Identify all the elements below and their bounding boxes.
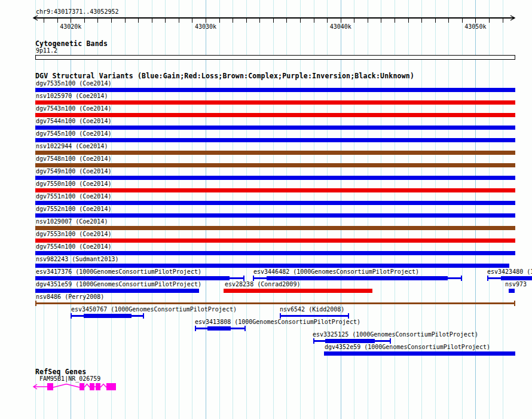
variant-label: dgv7543n100 (Coe2014) [36,105,111,112]
variant-label: esv3413808 (1000GenomesConsortiumPilotPr… [195,319,360,326]
variant-label: nsv982243 (Sudmant2013) [36,256,118,263]
variant-range-line[interactable] [487,277,501,279]
variant-bar[interactable] [207,326,231,331]
variant-label: dgv7548n100 (Coe2014) [36,155,111,163]
genome-browser-view: dgv7535n100 (Coe2014)nsv1025970 (Coe2014… [0,0,532,419]
variant-label: dgv7554n100 (Coe2014) [36,243,111,250]
variant-bar[interactable] [35,100,515,105]
variant-bar[interactable] [35,188,515,192]
variant-bar[interactable] [267,276,448,280]
variant-bar[interactable] [324,351,515,356]
variant-bar[interactable] [35,126,515,130]
variant-label: nsv1029007 (Coe2014) [36,218,108,225]
variant-label: dgv7545n100 (Coe2014) [36,130,111,137]
variant-label: nsv1022944 (Coe2014) [36,143,108,150]
variant-label: esv3423480 (1000GenomesConsortiumPilotPr… [487,268,532,276]
dgv-section-title: DGV Structural Variants (Blue:Gain;Red:L… [35,72,414,80]
variant-end-tick[interactable] [244,326,246,331]
variant-bar[interactable] [35,289,199,293]
variant-range-line[interactable] [230,277,244,279]
variant-end-tick[interactable] [280,313,281,319]
variant-end-tick[interactable] [253,276,254,281]
variant-bar[interactable] [35,138,515,142]
cytoband-box [35,55,515,60]
variant-label: dgv7550n100 (Coe2014) [36,181,111,188]
variant-bar[interactable] [509,289,515,293]
variant-end-tick[interactable] [348,313,349,319]
variant-end-tick[interactable] [71,313,72,319]
dgv-variants-track: dgv7535n100 (Coe2014)nsv1025970 (Coe2014… [0,0,532,419]
variant-label: nsv973 [505,281,527,288]
variant-bar[interactable] [35,226,515,230]
variant-bar[interactable] [35,151,515,155]
variant-label: dgv7535n100 (Coe2014) [36,80,111,87]
variant-bar[interactable] [35,213,515,218]
variant-bar[interactable] [84,314,132,318]
variant-label: dgv7549n100 (Coe2014) [36,168,111,175]
variant-range-line[interactable] [280,315,348,317]
variant-end-tick[interactable] [514,301,515,306]
variant-label: esv3417376 (1000GenomesConsortiumPilotPr… [36,268,201,276]
variant-bar[interactable] [35,88,515,92]
variant-label: dgv7553n100 (Coe2014) [36,231,111,238]
variant-bar[interactable] [501,276,532,280]
variant-end-tick[interactable] [143,313,144,319]
variant-label: dgv7544n100 (Coe2014) [36,118,111,125]
variant-end-tick[interactable] [313,338,314,344]
variant-end-tick[interactable] [243,276,244,281]
variant-bar[interactable] [35,113,515,117]
variant-bar[interactable] [35,276,230,280]
variant-label: dgv4352e59 (1000GenomesConsortiumPilotPr… [325,344,490,351]
variant-bar[interactable] [224,289,372,293]
variant-label: nsv1025970 (Coe2014) [36,93,108,100]
variant-end-tick[interactable] [35,301,36,306]
variant-bar[interactable] [35,251,515,255]
cytoband-name: 9p11.2 [36,47,57,54]
variant-bar[interactable] [35,264,509,268]
variant-label: esv3325125 (1000GenomesConsortiumPilotPr… [313,331,478,338]
region-label: chr9:43017371..43052952 [36,8,118,16]
gene-label[interactable]: FAM95B1|NR_026759 [39,375,100,383]
variant-end-tick[interactable] [195,326,196,331]
variant-label: dgv7552n100 (Coe2014) [36,206,111,213]
variant-bar[interactable] [325,339,375,343]
variant-label: esv28238 (Conrad2009) [225,281,300,288]
variant-bar[interactable] [35,163,515,167]
variant-end-tick[interactable] [390,338,391,344]
variant-label: dgv4351e59 (1000GenomesConsortiumPilotPr… [36,281,201,288]
variant-bar[interactable] [35,201,515,205]
variant-label: nsv8486 (Perry2008) [36,293,104,301]
variant-label: dgv7551n100 (Coe2014) [36,193,111,200]
variant-end-tick[interactable] [487,276,488,281]
variant-label: esv3446482 (1000GenomesConsortiumPilotPr… [253,268,419,276]
variant-bar[interactable] [35,176,515,180]
variant-end-tick[interactable] [461,276,462,281]
variant-label: esv3450767 (1000GenomesConsortiumPilotPr… [71,306,237,313]
variant-bar[interactable] [35,238,515,243]
variant-label: nsv6542 (Kidd2008) [280,306,344,313]
variant-range-line[interactable] [35,302,515,304]
